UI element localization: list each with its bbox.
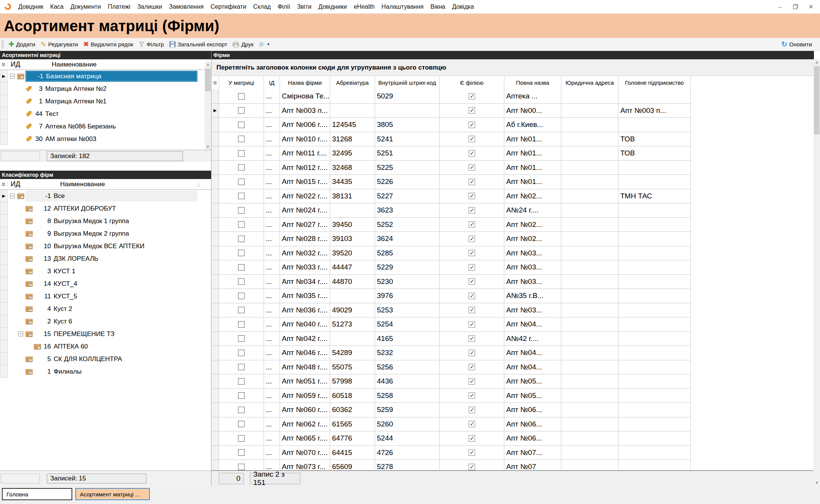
grid-row-8[interactable]: ...Апт №024 г....3623А№24 г.... bbox=[211, 203, 806, 218]
tree-row-11[interactable]: 15ПЕРЕМЕЩЕНИЕ ТЗ bbox=[0, 328, 211, 340]
tree-row-14[interactable]: 1Филиалы bbox=[0, 365, 211, 378]
view-options-button[interactable]: ▾ bbox=[256, 40, 272, 49]
column-name[interactable]: Наименование bbox=[37, 61, 97, 68]
checkbox-unchecked[interactable] bbox=[238, 464, 245, 470]
cell-id-ellipsis-button[interactable]: ... bbox=[264, 332, 280, 346]
checkbox-unchecked[interactable] bbox=[238, 293, 245, 299]
collapse-minus-icon[interactable] bbox=[10, 74, 15, 79]
close-button[interactable]: ✕ bbox=[808, 3, 814, 10]
checkbox-unchecked[interactable] bbox=[238, 136, 245, 142]
checkbox-checked[interactable] bbox=[469, 107, 475, 114]
checkbox-checked[interactable] bbox=[469, 407, 475, 413]
checkbox-unchecked[interactable] bbox=[238, 179, 245, 185]
grid-row-0[interactable]: ...Смірнова Те...5029Аптека ... bbox=[211, 89, 806, 104]
cell-id-ellipsis-button[interactable]: ... bbox=[264, 203, 280, 218]
grid-column-header-0[interactable]: У матриці bbox=[219, 76, 264, 89]
tree-row-2[interactable]: 1Матрица Аптеки №1 bbox=[0, 95, 211, 108]
tree-item-label[interactable]: 13ДЗК ЛОРЕАЛЬ bbox=[34, 253, 197, 264]
cell-id-ellipsis-button[interactable]: ... bbox=[264, 303, 280, 318]
checkbox-unchecked[interactable] bbox=[238, 407, 245, 413]
toolbar-grip[interactable] bbox=[2, 40, 4, 49]
checkbox-checked[interactable] bbox=[469, 278, 475, 285]
tree-item-label[interactable]: 14КУСТ_4 bbox=[34, 278, 197, 289]
checkbox-unchecked[interactable] bbox=[238, 421, 245, 427]
checkbox-checked[interactable] bbox=[469, 93, 475, 100]
tree-item-label[interactable]: 4Куст 2 bbox=[34, 303, 197, 314]
tree-item-label[interactable]: 30АМ аптеки №003 bbox=[33, 133, 197, 144]
tree-item-label[interactable]: 15ПЕРЕМЕЩЕНИЕ ТЗ bbox=[34, 328, 197, 339]
export-button[interactable]: Загальний експорт bbox=[167, 40, 230, 49]
checkbox-unchecked[interactable] bbox=[238, 435, 245, 442]
grid-row-3[interactable]: ...Апт №010 г....312685241Апт №01...ТОВ bbox=[211, 132, 806, 147]
scroll-down-icon[interactable]: ∨ bbox=[205, 143, 211, 150]
tree-item-label[interactable]: 5СК ДЛЯ КОЛЛЦЕНТРА bbox=[34, 353, 197, 365]
cell-id-ellipsis-button[interactable]: ... bbox=[264, 289, 280, 303]
tree-row-1[interactable]: 3Матрица Аптеки №2 bbox=[0, 82, 211, 95]
menu-item-12[interactable]: Налаштування bbox=[378, 1, 427, 13]
grid-row-10[interactable]: ...Апт №028 г....391033624Апт №02... bbox=[211, 232, 806, 246]
grid-row-15[interactable]: ...Апт №036 г....490295253Апт №03... bbox=[211, 303, 806, 318]
menu-item-13[interactable]: Вікна bbox=[427, 1, 449, 13]
tree-row-5[interactable]: 13ДЗК ЛОРЕАЛЬ bbox=[0, 252, 211, 265]
checkbox-checked[interactable] bbox=[469, 321, 475, 328]
cell-id-ellipsis-button[interactable]: ... bbox=[264, 446, 280, 460]
checkbox-unchecked[interactable] bbox=[238, 207, 245, 214]
checkbox-checked[interactable] bbox=[469, 464, 475, 470]
tree-row-13[interactable]: 5СК ДЛЯ КОЛЛЦЕНТРА bbox=[0, 353, 211, 365]
edit-button[interactable]: ✎ Редагувати bbox=[38, 39, 81, 50]
tree-row-5[interactable]: 30АМ аптеки №003 bbox=[0, 133, 211, 145]
menu-item-2[interactable]: Документи bbox=[67, 1, 104, 13]
tree-row-8[interactable]: 11КУСТ_5 bbox=[0, 290, 211, 303]
menu-item-10[interactable]: Довідники bbox=[315, 1, 350, 13]
checkbox-checked[interactable] bbox=[469, 150, 475, 157]
grid-row-24[interactable]: ...Апт №065 г....647765244Апт №06... bbox=[211, 431, 806, 446]
checkbox-unchecked[interactable] bbox=[238, 335, 245, 342]
tab-assortment-matrix[interactable]: Асортимент матриці ... bbox=[75, 488, 150, 500]
tree-row-7[interactable]: 14КУСТ_4 bbox=[0, 277, 211, 290]
cell-id-ellipsis-button[interactable]: ... bbox=[264, 232, 280, 246]
grid-column-header-8[interactable]: Головне підприємство bbox=[618, 76, 691, 89]
checkbox-checked[interactable] bbox=[469, 236, 475, 242]
cell-id-ellipsis-button[interactable]: ... bbox=[264, 431, 280, 446]
checkbox-unchecked[interactable] bbox=[238, 221, 245, 228]
checkbox-unchecked[interactable] bbox=[238, 236, 245, 242]
grid-row-5[interactable]: ...Апт №012 г....324685225Апт №01... bbox=[211, 161, 806, 175]
grid-column-header-6[interactable]: Повна назва bbox=[504, 76, 561, 89]
collapse-minus-icon[interactable] bbox=[18, 331, 23, 336]
menu-item-11[interactable]: eHealth bbox=[350, 1, 378, 13]
cell-id-ellipsis-button[interactable]: ... bbox=[264, 360, 280, 375]
column-id[interactable]: ИД bbox=[8, 60, 37, 68]
checkbox-checked[interactable] bbox=[469, 392, 475, 399]
checkbox-checked[interactable] bbox=[469, 122, 475, 128]
tree-item-label[interactable]: 10Выгрузка Медок ВСЕ АПТЕКИ bbox=[34, 241, 197, 252]
grid-row-7[interactable]: ...Апт №022 г....381315227Апт №02...ТМН … bbox=[211, 189, 806, 204]
cell-id-ellipsis-button[interactable]: ... bbox=[264, 275, 280, 289]
tree-row-3[interactable]: 9Выгрузка Медок 2 группа bbox=[0, 227, 211, 240]
cell-id-ellipsis-button[interactable]: ... bbox=[264, 389, 280, 403]
checkbox-checked[interactable] bbox=[469, 350, 475, 356]
scroll-thumb[interactable] bbox=[205, 68, 211, 91]
checkbox-checked[interactable] bbox=[469, 136, 475, 142]
grid-row-13[interactable]: ...Апт №034 г....448705230Апт №03... bbox=[211, 275, 806, 289]
tree-item-label[interactable]: 3КУСТ 1 bbox=[34, 266, 197, 277]
cell-id-ellipsis-button[interactable]: ... bbox=[264, 118, 280, 132]
tree-item-label[interactable]: 7Аптека №086 Березань bbox=[33, 121, 197, 132]
cell-id-ellipsis-button[interactable]: ... bbox=[264, 218, 280, 232]
checkbox-unchecked[interactable] bbox=[238, 350, 245, 356]
add-button[interactable]: ✚ Додати bbox=[6, 39, 38, 50]
checkbox-checked[interactable] bbox=[469, 364, 475, 370]
checkbox-unchecked[interactable] bbox=[238, 250, 245, 256]
tree-row-9[interactable]: 4Куст 2 bbox=[0, 303, 211, 315]
menu-item-9[interactable]: Звіти bbox=[294, 1, 315, 13]
grid-row-22[interactable]: ...Апт №060 г....603625259Апт №06... bbox=[211, 403, 806, 417]
grid-row-16[interactable]: ...Апт №040 г....512735254Апт №04... bbox=[211, 317, 806, 332]
scroll-up-icon[interactable]: ∧ bbox=[205, 62, 211, 68]
menu-item-6[interactable]: Сертифікати bbox=[207, 1, 249, 13]
minimize-button[interactable]: – bbox=[777, 3, 783, 10]
tree-row-2[interactable]: 8Выгрузка Медок 1 группа bbox=[0, 215, 211, 227]
tree-row-0[interactable]: ▶-1Базисная матрица bbox=[0, 70, 211, 82]
cell-id-ellipsis-button[interactable]: ... bbox=[264, 260, 280, 275]
tree-item-label[interactable]: 9Выгрузка Медок 2 группа bbox=[34, 228, 197, 239]
grid-row-2[interactable]: ...Апт №006 г....1245453805Аб г.Киев... bbox=[211, 118, 806, 132]
cell-id-ellipsis-button[interactable]: ... bbox=[264, 460, 280, 470]
